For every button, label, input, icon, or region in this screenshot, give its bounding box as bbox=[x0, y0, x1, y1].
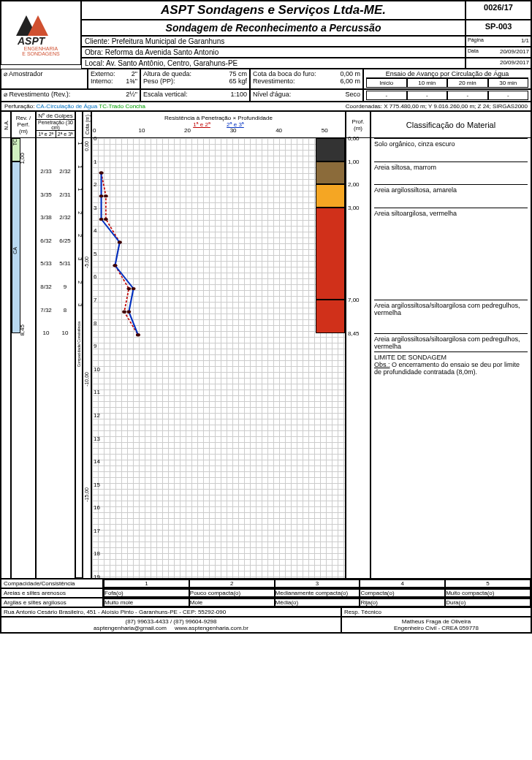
svg-point-16 bbox=[132, 287, 136, 290]
chart-area: 012345678910111213141516171819 bbox=[92, 138, 345, 578]
cota-boca-label: Cota da boca do furo: bbox=[253, 70, 316, 77]
prof-label: 0,00 bbox=[348, 135, 360, 142]
footer: Rua Antonio Cesário Brasileiro, 451 - Al… bbox=[1, 607, 531, 633]
spt-report: ASPT ENGENHARIAE SONDAGENS ASPT Sondagen… bbox=[0, 0, 532, 634]
legend-col: 5 bbox=[445, 580, 531, 588]
footer-phones: (87) 99633-4433 / (87) 99604-9298 bbox=[126, 618, 217, 625]
client-label: Cliente: bbox=[85, 37, 110, 45]
ensaio-vals: ---- bbox=[366, 91, 528, 100]
company-title: ASPT Sondagens e Serviços Ltda-ME. bbox=[81, 1, 466, 20]
compac-val: 3 bbox=[77, 303, 83, 306]
prof-label: 3,00 bbox=[348, 205, 360, 211]
legend-cell: Muito compacta(o) bbox=[445, 589, 531, 597]
date1-value: 20/09/2017 bbox=[500, 48, 529, 55]
legend-col: 1 bbox=[104, 580, 189, 588]
externo-label: Externo: bbox=[91, 70, 115, 77]
golpe-g1: 5/33 bbox=[37, 260, 56, 267]
escala-value: 1:100 bbox=[230, 91, 247, 98]
chart-title: Resistência à Penetração × Profundidade bbox=[164, 115, 273, 121]
compac-val: 1 bbox=[77, 188, 83, 191]
ensaio-label: Ensaio de Avanço por Circulação de Água bbox=[366, 70, 528, 78]
depth-num: 6 bbox=[94, 273, 96, 280]
svg-point-15 bbox=[113, 264, 118, 267]
cota-tick: -10,00 bbox=[84, 372, 89, 387]
cota-tick: -5,00 bbox=[84, 256, 89, 268]
resp-name: Matheus Fraga de Oliveira bbox=[402, 618, 471, 625]
legend-row-label: Compacidade/Consistência bbox=[1, 579, 103, 588]
ensaio-val: - bbox=[366, 91, 407, 100]
compac-val: 3 bbox=[77, 257, 83, 260]
depth-num: 13 bbox=[94, 436, 100, 442]
legend-cell: Compacta(o) bbox=[360, 589, 445, 597]
legend-row2-label: Argilas e siltes argilosos bbox=[1, 598, 103, 607]
golpe-g2: 2/32 bbox=[56, 214, 75, 221]
depth-num: 11 bbox=[94, 389, 100, 395]
depth-num: 19 bbox=[94, 574, 100, 580]
svg-point-6 bbox=[118, 241, 122, 244]
ensaio-val: - bbox=[407, 91, 448, 100]
revestimento-value: 6,00 m bbox=[340, 77, 360, 85]
svg-point-14 bbox=[118, 241, 122, 244]
x-tick: 20 bbox=[184, 127, 191, 134]
prof-header: Prof. (m) bbox=[346, 112, 370, 138]
rev-tick: 1,00 bbox=[19, 153, 26, 164]
params-row: ⌀ Amostrador Externo: 2" Interno: 1⅜" Al… bbox=[1, 69, 531, 89]
sp-code: SP-003 bbox=[466, 20, 531, 36]
perfuracao-row: Perfuração: CA-Circulação de Água TC-Tra… bbox=[1, 102, 531, 111]
chart-header: Resistência à Penetração × Profundidade … bbox=[92, 112, 345, 138]
svg-point-3 bbox=[99, 172, 104, 175]
cota-boca-value: 0,00 m bbox=[340, 70, 360, 77]
legend-cell: Dura(o) bbox=[445, 598, 531, 607]
x-tick: 10 bbox=[139, 127, 145, 134]
x-tick: 50 bbox=[322, 127, 328, 134]
golpe-g1: 3/38 bbox=[37, 214, 56, 221]
svg-point-8 bbox=[126, 287, 131, 290]
rev-header: Rev. / Perf. (m) bbox=[12, 112, 35, 138]
coords: Coordenadas: X 775.480,00 m; Y 9.016.260… bbox=[346, 103, 528, 110]
legend-row1-label: Areias e siltes arenosos bbox=[1, 588, 103, 598]
golpe-g1: 10 bbox=[37, 330, 56, 336]
golpe-g1: 6/32 bbox=[37, 238, 56, 244]
legend-cell: Fofa(o) bbox=[104, 589, 189, 597]
cota-tick: -15,00 bbox=[84, 487, 89, 502]
logo-line1: ENGENHARIA bbox=[24, 46, 58, 51]
obs: Obs.: O encerramento do ensaio se deu po… bbox=[374, 361, 528, 376]
revestimento-label: Revestimento: bbox=[253, 77, 295, 85]
prof-label: 2,00 bbox=[348, 181, 360, 188]
legend-cell: Muito mole bbox=[104, 598, 189, 607]
depth-num: 10 bbox=[94, 366, 100, 373]
main-table: N.A. Rev. / Perf. (m) TCCA1,008,45 Nº de… bbox=[1, 111, 531, 579]
class-item: Areia argilossiltosa/siltoargilosa com p… bbox=[374, 300, 528, 333]
stratum bbox=[316, 184, 345, 208]
compac-val: 1 bbox=[77, 142, 83, 145]
stratum bbox=[316, 300, 345, 333]
local-label: Local: bbox=[85, 59, 104, 67]
altura-value: 75 cm bbox=[229, 70, 247, 77]
compac-val: 2 bbox=[77, 281, 83, 284]
svg-point-10 bbox=[136, 333, 140, 336]
golpe-g1: 8/32 bbox=[37, 284, 56, 290]
interno-label: Interno: bbox=[91, 77, 113, 85]
x-tick: 0 bbox=[93, 127, 96, 134]
ensaio-col: 20 min bbox=[447, 78, 488, 88]
depth-num: 4 bbox=[94, 227, 96, 234]
compac-val: 2 bbox=[77, 211, 83, 214]
svg-point-18 bbox=[136, 333, 140, 336]
header: ASPT ENGENHARIAE SONDAGENS ASPT Sondagen… bbox=[1, 1, 531, 69]
col-prof: Prof. (m) 0,001,002,003,007,008,45 bbox=[346, 111, 370, 579]
golpe-g1: 7/32 bbox=[37, 307, 56, 314]
resp-label: Resp. Técnico bbox=[341, 607, 531, 617]
golpes-header: Nº de Golpes bbox=[37, 113, 75, 120]
obra-label: Obra: bbox=[85, 48, 103, 56]
peso-value: 65 kgf bbox=[229, 77, 247, 85]
rev-tick: 8,45 bbox=[19, 324, 26, 336]
col-chart: Resistência à Penetração × Profundidade … bbox=[91, 111, 346, 579]
revest-value: 2½" bbox=[126, 91, 137, 98]
legend: Compacidade/Consistência 12345 Areias e … bbox=[1, 579, 531, 607]
golpe-g2: 8 bbox=[56, 307, 75, 314]
compac-val: 1 bbox=[77, 165, 83, 168]
depth-num: 5 bbox=[94, 251, 96, 257]
ca-bar: CA bbox=[12, 162, 20, 333]
local-value: Av. Santo Antônio, Centro, Garahuns-PE bbox=[106, 59, 238, 67]
perfuracao-label: Perfuração: bbox=[4, 103, 34, 110]
